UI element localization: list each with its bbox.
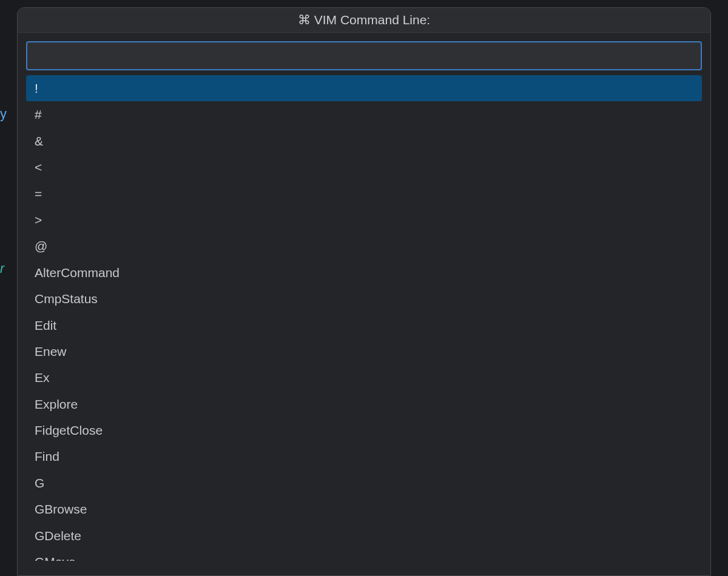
command-result-item[interactable]: GMove [26, 549, 702, 561]
command-result-item[interactable]: ! [26, 75, 702, 101]
command-result-item[interactable]: GBrowse [26, 496, 702, 522]
command-result-item[interactable]: Find [26, 443, 702, 469]
command-result-item[interactable]: GDelete [26, 523, 702, 549]
command-result-item[interactable]: G [26, 470, 702, 496]
command-result-item[interactable]: & [26, 128, 702, 154]
editor-background-text: y [0, 106, 7, 122]
command-palette-header: ⌘ VIM Command Line: [18, 8, 710, 33]
command-results-list: !#&<=>@AlterCommandCmpStatusEditEnewExEx… [26, 75, 702, 575]
command-search-input[interactable] [26, 41, 702, 70]
command-palette-title: ⌘ VIM Command Line: [298, 13, 430, 27]
command-result-item[interactable]: Ex [26, 364, 702, 390]
command-result-item[interactable]: < [26, 154, 702, 180]
editor-background-text: r [0, 261, 4, 276]
command-result-item[interactable]: @ [26, 233, 702, 259]
command-result-item[interactable]: Edit [26, 312, 702, 338]
command-palette: ⌘ VIM Command Line: !#&<=>@AlterCommandC… [17, 7, 711, 576]
command-result-item[interactable]: # [26, 101, 702, 127]
command-result-item[interactable]: CmpStatus [26, 286, 702, 312]
command-result-item[interactable]: > [26, 207, 702, 233]
command-result-item[interactable]: FidgetClose [26, 417, 702, 443]
command-palette-title-text: VIM Command Line: [314, 13, 430, 27]
command-result-item[interactable]: = [26, 181, 702, 207]
command-palette-body: !#&<=>@AlterCommandCmpStatusEditEnewExEx… [18, 33, 710, 575]
command-result-item[interactable]: AlterCommand [26, 260, 702, 286]
command-result-item[interactable]: Enew [26, 338, 702, 364]
command-icon: ⌘ [298, 13, 311, 27]
command-result-item[interactable]: Explore [26, 391, 702, 417]
